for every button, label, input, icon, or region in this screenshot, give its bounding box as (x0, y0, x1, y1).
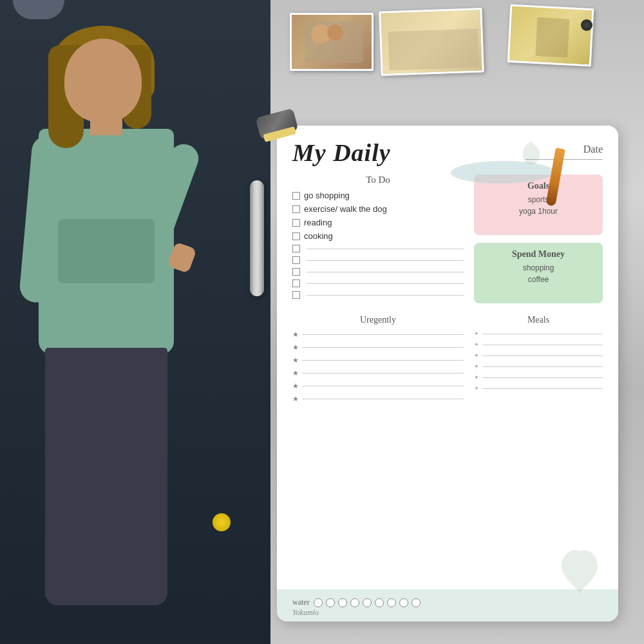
leaf-decoration-bottom (547, 542, 612, 602)
checkbox-2[interactable] (292, 205, 300, 213)
urgently-item-2: ★ (292, 343, 464, 352)
todo-empty-line-5 (307, 249, 464, 249)
star-6: ★ (292, 395, 299, 403)
meals-title: Meals (474, 315, 603, 325)
meals-star-4: ✦ (474, 363, 479, 370)
scene: My Daily Date To Do go shopp (0, 0, 644, 644)
checkbox-9[interactable] (292, 291, 300, 299)
todo-text-1: go shopping (304, 191, 464, 200)
meals-line-5 (482, 377, 603, 378)
urgently-line-2 (302, 347, 464, 348)
urgently-title: Uregently (292, 315, 464, 325)
todo-section: To Do go shopping exercise/ walk the dog… (292, 175, 464, 311)
todo-empty-line-8 (307, 283, 464, 284)
star-4: ★ (292, 369, 299, 377)
meals-line-1 (482, 334, 603, 334)
meals-line-3 (482, 355, 603, 356)
goals-box: Goals sports yoga 1hour (474, 175, 603, 235)
meals-star-3: ✦ (474, 352, 479, 359)
todo-text-2: exercise/ walk the dog (304, 204, 464, 214)
urgently-item-3: ★ (292, 356, 464, 365)
star-2: ★ (292, 343, 299, 352)
right-section: Goals sports yoga 1hour Spend Money shop… (474, 175, 603, 311)
black-magnet (581, 19, 592, 31)
water-circle-4[interactable] (350, 598, 359, 607)
todo-text-3: reading (304, 218, 464, 227)
water-circle-7[interactable] (387, 598, 396, 607)
water-label: water (292, 598, 310, 607)
urgently-section: Uregently ★ ★ ★ ★ (292, 315, 464, 408)
urgently-line-4 (302, 373, 464, 374)
goals-item-2: yoga 1hour (483, 207, 594, 216)
meals-star-5: ✦ (474, 374, 479, 381)
spend-money-title: Spend Money (483, 249, 594, 260)
fridge-photo-2 (379, 8, 484, 76)
todo-empty-line-6 (307, 260, 464, 261)
todo-empty-line-9 (307, 295, 464, 296)
urgently-line-5 (302, 386, 464, 386)
meals-line-2 (482, 345, 603, 345)
todo-item-5 (292, 245, 464, 252)
checkbox-3[interactable] (292, 219, 300, 227)
water-circle-1[interactable] (314, 598, 323, 607)
goals-item-1: sports (483, 195, 594, 204)
meals-star-6: ✦ (474, 385, 479, 392)
todo-title: To Do (292, 175, 464, 185)
meals-line-4 (482, 366, 603, 367)
urgently-item-5: ★ (292, 382, 464, 390)
todo-item-7 (292, 268, 464, 276)
urgently-item-1: ★ (292, 330, 464, 339)
meals-item-3: ✦ (474, 352, 603, 359)
urgently-line-1 (302, 334, 464, 335)
meals-item-4: ✦ (474, 363, 603, 370)
spend-item-2: coffee (483, 275, 594, 284)
todo-item-1: go shopping (292, 191, 464, 200)
planner-board: My Daily Date To Do go shopp (277, 126, 618, 621)
urgently-item-6: ★ (292, 395, 464, 403)
checkbox-7[interactable] (292, 268, 300, 276)
water-circle-2[interactable] (326, 598, 335, 607)
checkbox-1[interactable] (292, 192, 300, 200)
todo-item-6 (292, 256, 464, 264)
leaf-decoration-top (515, 138, 547, 173)
spend-money-box: Spend Money shopping coffee (474, 243, 603, 303)
star-3: ★ (292, 356, 299, 365)
star-5: ★ (292, 382, 299, 390)
spend-item-1: shopping (483, 263, 594, 272)
todo-empty-line-7 (307, 272, 464, 272)
todo-text-4: cooking (304, 231, 464, 241)
meals-item-1: ✦ (474, 330, 603, 337)
checkbox-6[interactable] (292, 256, 300, 264)
meals-star-2: ✦ (474, 341, 479, 348)
todo-item-4: cooking (292, 231, 464, 241)
meals-star-1: ✦ (474, 330, 479, 337)
meals-item-5: ✦ (474, 374, 603, 381)
water-circle-8[interactable] (399, 598, 408, 607)
water-circle-3[interactable] (338, 598, 347, 607)
yellow-magnet (213, 513, 231, 531)
water-circle-9[interactable] (412, 598, 421, 607)
water-circles (314, 598, 422, 607)
person-area (0, 0, 270, 644)
bottom-sections: Uregently ★ ★ ★ ★ (292, 315, 603, 408)
meals-item-6: ✦ (474, 385, 603, 392)
meals-line-6 (482, 388, 603, 389)
fridge-handle (250, 180, 264, 296)
checkbox-5[interactable] (292, 245, 300, 252)
water-circle-5[interactable] (363, 598, 372, 607)
todo-item-9 (292, 291, 464, 299)
urgently-item-4: ★ (292, 369, 464, 377)
urgently-line-6 (302, 399, 464, 399)
fridge-photo-1 (290, 13, 374, 71)
water-circle-6[interactable] (375, 598, 384, 607)
brand-name: Yokumio (292, 608, 319, 618)
todo-item-8 (292, 279, 464, 287)
checkbox-8[interactable] (292, 279, 300, 287)
todo-item-2: exercise/ walk the dog (292, 204, 464, 214)
todo-item-3: reading (292, 218, 464, 227)
meals-item-2: ✦ (474, 341, 603, 348)
meals-section: Meals ✦ ✦ ✦ ✦ ✦ (474, 315, 603, 408)
star-1: ★ (292, 330, 299, 339)
checkbox-4[interactable] (292, 232, 300, 240)
water-tracker: water (292, 598, 422, 607)
